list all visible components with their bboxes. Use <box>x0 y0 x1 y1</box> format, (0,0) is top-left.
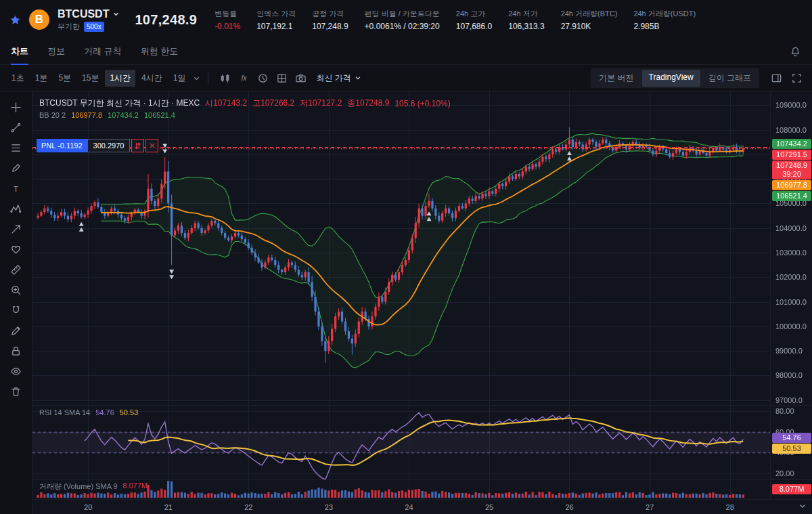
chart-view-switch: 기본 버전TradingView깊이 그래프 <box>591 68 759 88</box>
view-깊이 그래프[interactable]: 깊이 그래프 <box>702 70 758 87</box>
favorite-star-icon[interactable] <box>9 14 21 26</box>
pane-divider[interactable] <box>32 479 812 480</box>
header-stat: 24h 고가107,686.0 <box>456 9 492 31</box>
view-TradingView[interactable]: TradingView <box>642 70 700 87</box>
price-axis-badge: 106521.4 <box>772 191 811 201</box>
price-type-dropdown[interactable]: 최신 가격 <box>316 72 361 84</box>
time-tick: 20 <box>84 503 92 511</box>
camera-icon[interactable] <box>292 69 309 87</box>
tab-위험 한도[interactable]: 위험 한도 <box>141 39 179 65</box>
time-tick: 25 <box>485 503 493 511</box>
chart-title: BTCUSDT 무기한 최신 가격 · 1시간 · MEXC <box>39 98 200 109</box>
svg-text:T: T <box>14 184 18 192</box>
rsi-tick: 80.00 <box>775 407 794 415</box>
volume-axis-badge: 8.077M <box>772 484 811 494</box>
time-tick: 26 <box>565 503 573 511</box>
tab-정보[interactable]: 정보 <box>47 39 65 65</box>
pane-divider[interactable] <box>32 405 812 406</box>
panel-layout-icon[interactable] <box>767 69 785 87</box>
tab-차트[interactable]: 차트 <box>11 39 28 65</box>
tool-pattern-icon[interactable] <box>5 198 28 219</box>
timeframe-15분[interactable]: 15분 <box>77 70 104 87</box>
price-axis-badge: 107248.939:20 <box>772 160 811 179</box>
volume-legend: 거래량 (Volume) SMA 9 8.077M <box>39 481 148 492</box>
chart-area: BTCUSDT 무기한 최신 가격 · 1시간 · MEXC 시107143.2… <box>32 91 812 514</box>
btc-logo: B <box>29 9 49 30</box>
tab-거래 규칙[interactable]: 거래 규칙 <box>84 39 122 65</box>
price-axis-badge: 107434.2 <box>772 139 811 149</box>
timeframe-4시간[interactable]: 4시간 <box>137 70 167 87</box>
view-기본 버전[interactable]: 기본 버전 <box>592 70 640 87</box>
pnl-close-icon[interactable] <box>145 139 158 152</box>
tool-text-icon[interactable]: T <box>5 178 28 198</box>
tool-trend-icon[interactable] <box>5 117 28 137</box>
notification-bell-icon[interactable] <box>790 46 801 58</box>
toolbar-icons: fx <box>216 69 309 87</box>
ohlc-open: 시107143.2 <box>205 98 247 109</box>
timeframe-5분[interactable]: 5분 <box>53 70 76 87</box>
price-axis-badge: 107291.5 <box>772 150 811 160</box>
layout-icon[interactable] <box>273 69 290 87</box>
tool-crosshair-icon[interactable] <box>5 97 28 117</box>
price-axis[interactable]: 109000.0108000.0107000.0106000.0105000.0… <box>770 91 812 499</box>
svg-text:fx: fx <box>241 74 247 82</box>
market-type-label: 무기한 <box>58 22 80 32</box>
tool-measure-icon[interactable] <box>5 259 28 280</box>
chart-toolbar: 1초1분5분15분1시간4시간1일 fx 최신 가격 기본 버전TradingV… <box>0 65 812 91</box>
time-tick: 23 <box>325 503 333 511</box>
leverage-badge[interactable]: 500x <box>84 22 104 32</box>
chart-legend: BTCUSDT 무기한 최신 가격 · 1시간 · MEXC 시107143.2… <box>39 98 451 109</box>
bb-label: BB 20 2 <box>39 111 66 119</box>
rsi-axis-badge: 54.76 <box>772 433 811 443</box>
timeframe-1초[interactable]: 1초 <box>7 70 29 87</box>
tool-brush-icon[interactable] <box>5 158 28 178</box>
time-axis-menu-icon[interactable] <box>798 502 807 510</box>
tool-heart-icon[interactable] <box>5 239 28 259</box>
rsi-tick: 20.00 <box>775 469 794 477</box>
symbol-selector[interactable]: BTCUSDT <box>58 8 120 20</box>
tool-lock-icon[interactable] <box>5 341 28 361</box>
fx-icon[interactable]: fx <box>235 69 252 87</box>
tab-bar: 차트정보거래 규칙위험 한도 <box>0 39 812 65</box>
header-stat: 변동률-0.01% <box>215 9 240 31</box>
rsi-sma-value: 50.53 <box>120 408 139 416</box>
bb-legend: BB 20 2 106977.8 107434.2 106521.4 <box>39 111 175 119</box>
pnl-value[interactable]: 300.2970 <box>87 139 131 152</box>
header-stat: 펀딩 비율 / 카운트다운+0.0061% / 02:39:20 <box>365 9 440 31</box>
pnl-line-widget: PNL -0.1192 300.2970 <box>37 139 158 152</box>
symbol-block: BTCUSDT 무기한 500x <box>58 8 120 32</box>
price-tick: 102000.0 <box>775 273 807 281</box>
tool-forecast-icon[interactable] <box>5 219 28 239</box>
price-axis-badge: 106977.8 <box>772 180 811 190</box>
candles-icon[interactable] <box>216 69 233 87</box>
pnl-badge: PNL -0.1192 <box>37 139 87 152</box>
time-tick: 21 <box>164 503 173 511</box>
price-chart-canvas[interactable] <box>32 91 770 499</box>
fullscreen-icon[interactable] <box>788 69 805 87</box>
tool-eye-icon[interactable] <box>5 361 28 381</box>
tool-magnet-icon[interactable] <box>5 300 28 320</box>
time-axis[interactable]: 202122232425262728 <box>32 499 812 514</box>
toolbar-divider <box>208 72 208 84</box>
header-stat: 24h 거래량(BTC)27.910K <box>561 9 618 31</box>
time-tick: 28 <box>726 503 734 511</box>
tool-edit-icon[interactable] <box>5 320 28 341</box>
timeframe-1분[interactable]: 1분 <box>30 70 53 87</box>
timeframe-1일[interactable]: 1일 <box>168 70 191 87</box>
timeframe-1시간[interactable]: 1시간 <box>105 70 135 87</box>
last-price: 107,248.9 <box>135 12 197 28</box>
time-tick: 22 <box>244 503 252 511</box>
tool-zoom-icon[interactable] <box>5 280 28 300</box>
chart-body: T BTCUSDT 무기한 최신 가격 · 1시간 · MEXC 시107143… <box>0 91 812 514</box>
pnl-swap-icon[interactable] <box>131 139 144 152</box>
tool-fib-icon[interactable] <box>5 137 28 158</box>
bb-lower: 106521.4 <box>144 111 175 119</box>
price-tick: 99000.0 <box>775 347 803 355</box>
alert-icon[interactable] <box>254 69 271 87</box>
rsi-legend: RSI 14 SMA 14 54.76 50.53 <box>39 408 138 416</box>
volume-label: 거래량 (Volume) SMA 9 <box>39 481 118 492</box>
symbol-name: BTCUSDT <box>58 8 109 20</box>
ohlc-close: 종107248.9 <box>347 98 389 109</box>
tool-trash-icon[interactable] <box>5 381 28 402</box>
timeframe-more-icon[interactable] <box>193 74 200 82</box>
